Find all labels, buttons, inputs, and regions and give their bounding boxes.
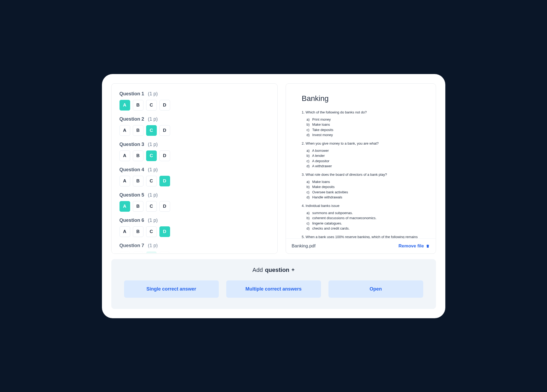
question-points: (1 p) — [148, 116, 158, 122]
preview-panel: Banking 1. Which of the following do ban… — [286, 83, 436, 254]
doc-option: b) Make loans — [307, 122, 420, 127]
doc-option: a) Make loans — [307, 179, 420, 185]
question-block: Question 2(1 p)ABCD — [120, 116, 269, 136]
answer-option-c[interactable]: C — [146, 150, 157, 161]
doc-option: a) A borrower — [307, 148, 420, 153]
answer-option-c[interactable]: C — [146, 226, 157, 237]
answer-option-b[interactable]: B — [133, 100, 143, 111]
question-title: Question 7 — [120, 243, 144, 248]
plus-icon: + — [291, 267, 295, 273]
doc-option: c) lingerie catalogues. — [307, 221, 420, 226]
question-points: (1 p) — [148, 218, 158, 223]
doc-question: 4. Individual banks issue — [302, 204, 420, 208]
question-block: Question 1(1 p)ABCD — [120, 91, 269, 111]
answer-option-a[interactable]: A — [120, 176, 130, 186]
answer-option-d[interactable]: D — [159, 150, 170, 161]
doc-option: b) coherent discussions of macroeconomic… — [307, 215, 420, 221]
question-points: (1 p) — [148, 167, 158, 173]
answer-option-b[interactable]: B — [133, 201, 143, 212]
doc-question: 3. What role does the board of directors… — [302, 173, 420, 177]
answer-option-a[interactable]: A — [120, 150, 130, 161]
doc-options: a) Print moneyb) Make loansc) Take depos… — [307, 117, 420, 138]
answer-row: ABCD — [120, 100, 269, 111]
question-header: Question 2(1 p) — [120, 116, 269, 122]
answer-option-a[interactable]: A — [120, 252, 130, 254]
answer-row: ABCD — [120, 125, 269, 136]
answer-option-c[interactable]: C — [146, 201, 157, 212]
doc-question: 5. When a bank uses 100% reserve banking… — [302, 235, 420, 238]
remove-file-button[interactable]: Remove file — [398, 243, 430, 249]
answer-option-c[interactable]: C — [146, 176, 157, 186]
doc-option: b) Make deposits — [307, 184, 420, 190]
answer-option-d[interactable]: D — [159, 201, 170, 212]
preview-footer: Banking.pdf Remove file — [286, 238, 436, 254]
document-title: Banking — [302, 94, 420, 103]
question-header: Question 7(1 p) — [120, 243, 269, 248]
question-block: Question 3(1 p)ABCD — [120, 142, 269, 161]
add-question-bold: question — [265, 267, 289, 273]
question-points: (1 p) — [148, 91, 158, 97]
answer-row: ABCD — [120, 226, 269, 237]
answer-option-b[interactable]: B — [133, 226, 143, 237]
question-title: Question 2 — [120, 116, 144, 122]
file-name: Banking.pdf — [292, 243, 316, 249]
doc-option: c) Oversee bank activities — [307, 190, 420, 195]
question-block: Question 7(1 p)ABCD — [120, 243, 269, 254]
doc-question: 2. When you give money to a bank, you ar… — [302, 141, 420, 145]
doc-option: c) Take deposits — [307, 127, 420, 133]
app-frame: Question 1(1 p)ABCDQuestion 2(1 p)ABCDQu… — [102, 74, 445, 318]
answer-option-a[interactable]: A — [120, 100, 130, 111]
question-title: Question 3 — [120, 142, 144, 147]
answer-option-d[interactable]: D — [159, 125, 170, 136]
question-points: (1 p) — [148, 192, 158, 198]
question-block: Question 6(1 p)ABCD — [120, 218, 269, 237]
answer-option-b[interactable]: B — [133, 150, 143, 161]
add-question-panel: Add question + Single correct answerMult… — [111, 259, 436, 309]
answer-option-d[interactable]: D — [159, 226, 170, 237]
answer-option-a[interactable]: A — [120, 125, 130, 136]
answer-option-c[interactable]: C — [146, 252, 157, 254]
questions-scroll[interactable]: Question 1(1 p)ABCDQuestion 2(1 p)ABCDQu… — [120, 91, 269, 254]
doc-option: d) Handle withdrawals — [307, 195, 420, 200]
question-title: Question 1 — [120, 91, 144, 97]
answer-row: ABCD — [120, 150, 269, 161]
answer-option-d[interactable]: D — [159, 100, 170, 111]
question-header: Question 4(1 p) — [120, 167, 269, 173]
answer-option-b[interactable]: B — [133, 252, 143, 254]
answer-option-b[interactable]: B — [133, 176, 143, 186]
questions-panel: Question 1(1 p)ABCDQuestion 2(1 p)ABCDQu… — [111, 83, 278, 254]
doc-option: d) Invest money — [307, 132, 420, 138]
add-question-prefix: Add — [252, 267, 263, 273]
doc-options: a) Make loansb) Make depositsc) Oversee … — [307, 179, 420, 200]
question-type-row: Single correct answerMultiple correct an… — [124, 280, 423, 298]
question-type-multiple-correct-answers[interactable]: Multiple correct answers — [226, 280, 321, 298]
answer-row: ABCD — [120, 252, 269, 254]
question-points: (1 p) — [148, 142, 158, 147]
answer-option-a[interactable]: A — [120, 201, 130, 212]
question-header: Question 5(1 p) — [120, 192, 269, 198]
question-type-single-correct-answer[interactable]: Single correct answer — [124, 280, 219, 298]
answer-option-c[interactable]: C — [146, 125, 157, 136]
question-header: Question 6(1 p) — [120, 218, 269, 223]
preview-content[interactable]: Banking 1. Which of the following do ban… — [286, 84, 436, 238]
answer-row: ABCD — [120, 201, 269, 212]
answer-option-c[interactable]: C — [146, 100, 157, 111]
doc-option: c) A depositor — [307, 158, 420, 164]
answer-option-b[interactable]: B — [133, 125, 143, 136]
doc-option: d) checks and credit cards. — [307, 226, 420, 231]
question-header: Question 3(1 p) — [120, 142, 269, 147]
doc-option: b) A lender — [307, 153, 420, 158]
answer-option-d[interactable]: D — [159, 176, 170, 186]
answer-option-a[interactable]: A — [120, 226, 130, 237]
doc-options: a) summons and subpoenas.b) coherent dis… — [307, 210, 420, 231]
doc-option: a) Print money — [307, 117, 420, 122]
add-question-header: Add question + — [124, 267, 423, 273]
question-title: Question 5 — [120, 192, 144, 198]
doc-question: 1. Which of the following do banks not d… — [302, 110, 420, 114]
question-type-open[interactable]: Open — [328, 280, 423, 298]
doc-option: d) A withdrawer — [307, 164, 420, 169]
question-block: Question 4(1 p)ABCD — [120, 167, 269, 186]
answer-row: ABCD — [120, 176, 269, 186]
trash-icon — [426, 244, 430, 248]
answer-option-d[interactable]: D — [159, 252, 170, 254]
